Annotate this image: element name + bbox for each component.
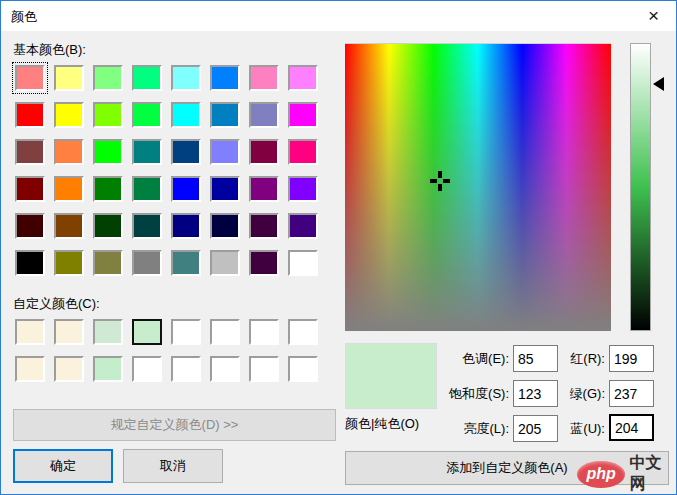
color-swatch[interactable] — [171, 176, 201, 202]
color-swatch[interactable] — [15, 139, 45, 165]
color-swatch[interactable] — [288, 319, 318, 345]
color-swatch[interactable] — [132, 356, 162, 382]
ok-button[interactable]: 确定 — [13, 449, 113, 483]
color-swatch[interactable] — [249, 250, 279, 276]
color-swatch[interactable] — [93, 139, 123, 165]
color-swatch[interactable] — [288, 250, 318, 276]
color-swatch[interactable] — [54, 176, 84, 202]
custom-colors-label: 自定义颜色(C): — [13, 295, 100, 313]
color-swatch[interactable] — [54, 356, 84, 382]
color-swatch[interactable] — [210, 65, 240, 91]
color-swatch[interactable] — [93, 213, 123, 239]
color-dialog: 颜色 × 基本颜色(B): 自定义颜色(C): 规定自定义颜色(D) >> 确定… — [0, 0, 677, 495]
color-swatch[interactable] — [249, 139, 279, 165]
color-swatch[interactable] — [15, 213, 45, 239]
php-logo-icon: php — [577, 461, 625, 488]
color-swatch[interactable] — [132, 65, 162, 91]
watermark: php 中文网 — [577, 453, 676, 495]
color-swatch[interactable] — [171, 139, 201, 165]
color-swatch[interactable] — [54, 319, 84, 345]
window-title: 颜色 — [11, 8, 37, 26]
title-bar: 颜色 × — [1, 1, 676, 31]
color-swatch[interactable] — [171, 102, 201, 128]
color-swatch[interactable] — [171, 356, 201, 382]
color-swatch[interactable] — [171, 65, 201, 91]
color-swatch[interactable] — [210, 356, 240, 382]
color-swatch[interactable] — [54, 102, 84, 128]
color-swatch[interactable] — [171, 213, 201, 239]
color-swatch[interactable] — [210, 213, 240, 239]
color-swatch[interactable] — [15, 319, 45, 345]
color-swatch[interactable] — [93, 356, 123, 382]
color-swatch[interactable] — [15, 250, 45, 276]
color-swatch[interactable] — [171, 319, 201, 345]
color-swatch[interactable] — [93, 102, 123, 128]
color-swatch[interactable] — [288, 213, 318, 239]
color-swatch[interactable] — [132, 319, 162, 345]
color-swatch[interactable] — [210, 319, 240, 345]
color-swatch[interactable] — [249, 102, 279, 128]
green-input[interactable] — [609, 380, 654, 407]
color-swatch[interactable] — [54, 139, 84, 165]
color-swatch[interactable] — [132, 176, 162, 202]
color-swatch[interactable] — [93, 65, 123, 91]
watermark-text: 中文网 — [629, 453, 676, 495]
color-swatch[interactable] — [15, 102, 45, 128]
blue-input[interactable] — [609, 414, 654, 441]
color-swatch[interactable] — [93, 176, 123, 202]
color-swatch[interactable] — [132, 102, 162, 128]
color-swatch[interactable] — [54, 65, 84, 91]
color-swatch[interactable] — [288, 65, 318, 91]
close-icon: × — [648, 5, 659, 27]
hue-saturation-field[interactable] — [345, 43, 611, 331]
color-swatch[interactable] — [93, 319, 123, 345]
red-label: 红(R): — [541, 350, 605, 368]
color-swatch[interactable] — [288, 102, 318, 128]
basic-color-grid — [15, 65, 318, 276]
red-input[interactable] — [609, 345, 654, 372]
color-swatch[interactable] — [171, 250, 201, 276]
color-swatch[interactable] — [249, 65, 279, 91]
color-swatch[interactable] — [93, 250, 123, 276]
color-swatch[interactable] — [54, 213, 84, 239]
luminance-arrow-icon[interactable] — [653, 77, 664, 91]
luminance-slider[interactable] — [630, 43, 651, 331]
color-swatch[interactable] — [249, 176, 279, 202]
close-button[interactable]: × — [631, 1, 676, 31]
color-swatch[interactable] — [132, 213, 162, 239]
luminance-label: 亮度(L): — [391, 420, 509, 438]
color-swatch[interactable] — [132, 250, 162, 276]
color-swatch[interactable] — [210, 250, 240, 276]
color-swatch[interactable] — [249, 356, 279, 382]
hue-label: 色调(E): — [391, 350, 509, 368]
define-custom-colors-button: 规定自定义颜色(D) >> — [13, 409, 336, 441]
color-swatch[interactable] — [288, 356, 318, 382]
cancel-button[interactable]: 取消 — [123, 449, 223, 483]
color-swatch[interactable] — [210, 176, 240, 202]
green-label: 绿(G): — [541, 385, 605, 403]
color-swatch[interactable] — [249, 213, 279, 239]
color-swatch[interactable] — [15, 176, 45, 202]
blue-label: 蓝(U): — [541, 420, 605, 438]
color-swatch[interactable] — [210, 139, 240, 165]
color-swatch[interactable] — [15, 356, 45, 382]
color-swatch[interactable] — [210, 102, 240, 128]
color-swatch[interactable] — [288, 176, 318, 202]
custom-color-grid — [15, 319, 318, 382]
color-swatch[interactable] — [288, 139, 318, 165]
saturation-label: 饱和度(S): — [391, 385, 509, 403]
color-swatch[interactable] — [54, 250, 84, 276]
basic-colors-label: 基本颜色(B): — [13, 41, 86, 59]
color-swatch[interactable] — [132, 139, 162, 165]
color-swatch[interactable] — [249, 319, 279, 345]
color-swatch[interactable] — [15, 65, 45, 91]
